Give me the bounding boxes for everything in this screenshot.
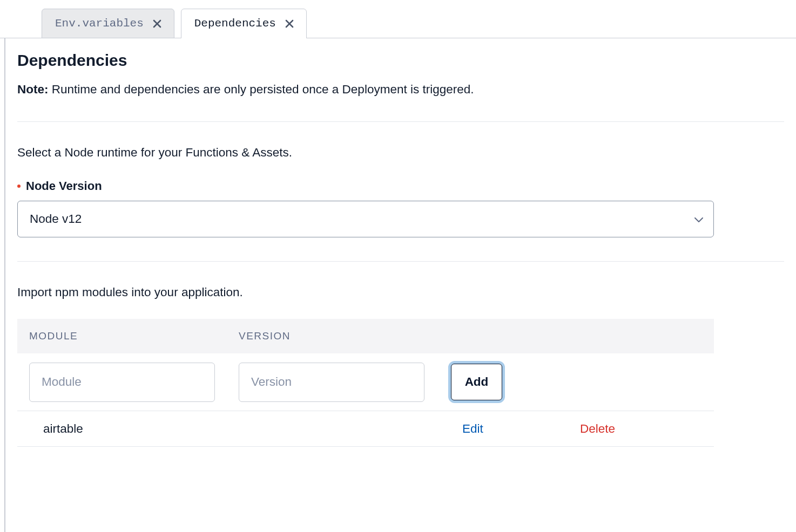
add-button-label: Add [465, 375, 489, 389]
tabs-row: Env.variables Dependencies [0, 0, 796, 38]
col-header-module: MODULE [29, 330, 239, 342]
note-label: Note: [17, 83, 49, 96]
add-module-row: Add [17, 353, 714, 411]
tab-label: Env.variables [55, 17, 144, 30]
table-row: airtable Edit Delete [17, 411, 714, 447]
section-divider [17, 121, 784, 122]
delete-module-link[interactable]: Delete [580, 422, 615, 435]
tab-dependencies[interactable]: Dependencies [181, 9, 307, 38]
tab-env-variables[interactable]: Env.variables [42, 9, 174, 38]
tab-label: Dependencies [194, 17, 276, 30]
modules-table: MODULE VERSION Add [17, 319, 714, 447]
note-text: Runtime and dependencies are only persis… [52, 83, 474, 96]
add-module-button[interactable]: Add [448, 361, 505, 403]
close-icon[interactable] [284, 18, 295, 30]
node-version-select[interactable]: Node v12 [17, 201, 714, 237]
node-version-label: Node Version [17, 179, 784, 193]
persist-note: Note: Runtime and dependencies are only … [17, 83, 784, 97]
node-version-label-text: Node Version [26, 179, 102, 193]
npm-lead: Import npm modules into your application… [17, 285, 784, 299]
edit-module-link[interactable]: Edit [462, 422, 483, 435]
runtime-lead: Select a Node runtime for your Functions… [17, 146, 784, 160]
module-name-input[interactable] [29, 363, 215, 402]
page-title: Dependencies [17, 51, 784, 70]
section-divider [17, 261, 784, 262]
module-version-input[interactable] [239, 363, 424, 402]
required-indicator-icon [17, 185, 21, 188]
chevron-down-icon [694, 213, 703, 226]
table-header-row: MODULE VERSION [17, 319, 714, 353]
close-icon[interactable] [151, 18, 163, 30]
module-name-cell: airtable [43, 422, 253, 436]
col-header-version: VERSION [239, 330, 448, 342]
node-version-value: Node v12 [30, 212, 82, 226]
